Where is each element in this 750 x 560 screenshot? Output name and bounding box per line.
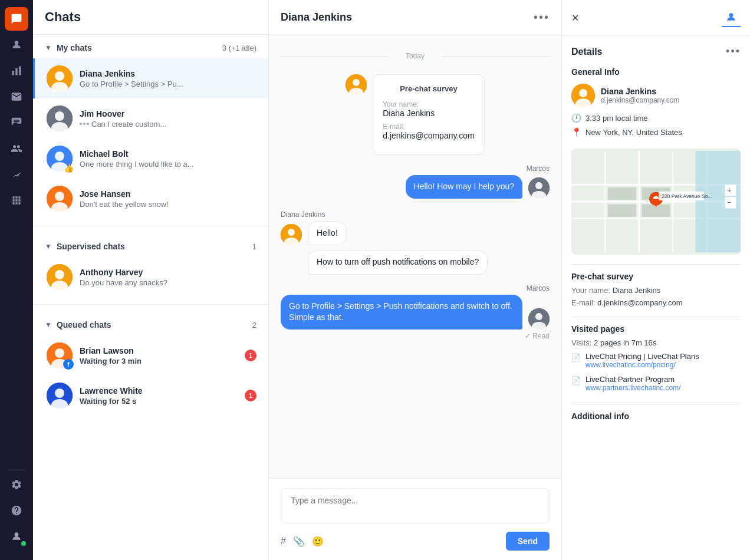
message-bubble-marcos-2: Go to Profile > Settings > Push notifica…: [281, 295, 522, 330]
survey-card: Pre-chat survey Your name: Diana Jenkins…: [373, 74, 485, 155]
nav-icon-analytics[interactable]: [5, 163, 28, 186]
chat-item-jim[interactable]: Jim Hoover Can I create custom...: [33, 98, 268, 139]
nav-icon-status[interactable]: [5, 525, 28, 548]
page-item-2: 📄 LiveChat Partner Program www.partners.…: [571, 375, 741, 392]
page-link-title-1: LiveChat Pricing | LiveChat Plans: [585, 352, 699, 361]
nav-icon-visitors[interactable]: [5, 33, 28, 57]
page-item-1: 📄 LiveChat Pricing | LiveChat Plans www.…: [571, 352, 741, 369]
survey-email-label-rp: E-mail:: [571, 298, 595, 307]
right-panel-content: Details ••• General Info Diana Jenkins d…: [562, 36, 750, 442]
date-separator: Today: [281, 52, 550, 60]
messages-area: Today Pre-chat survey Your name: Diana J…: [269, 35, 561, 478]
nav-icon-inbox[interactable]: [5, 85, 28, 108]
local-time-row: 🕐 3:33 pm local time: [571, 113, 741, 123]
nav-icon-team[interactable]: [5, 137, 28, 160]
chat-item-diana[interactable]: Diana Jenkins Go to Profile > Settings >…: [33, 58, 268, 98]
svg-point-38: [729, 13, 733, 17]
chat-info-brian: Brian Lawson Waiting for 3 min: [80, 346, 238, 365]
local-time-value: 3:33 pm local time: [585, 114, 648, 123]
nav-icon-reports[interactable]: [5, 59, 28, 83]
hashtag-icon[interactable]: #: [281, 536, 286, 547]
sidebar-content: ▼ My chats 3 (+1 idle) Diana Jenkins Go …: [33, 35, 268, 560]
location-icon: 📍: [571, 127, 581, 137]
my-chats-title: My chats: [57, 43, 92, 52]
page-info-2: LiveChat Partner Program www.partners.li…: [585, 375, 680, 392]
emoji-icon[interactable]: 🙂: [312, 536, 324, 547]
queued-chats-chevron: ▼: [45, 321, 52, 329]
my-chats-chevron: ▼: [45, 44, 52, 52]
chat-item-brian[interactable]: f Brian Lawson Waiting for 3 min 1: [33, 335, 268, 375]
close-icon[interactable]: ✕: [571, 12, 579, 24]
page-link-url-1[interactable]: www.livechatinc.com/pricing/: [585, 361, 699, 369]
svg-point-12: [55, 151, 64, 161]
nav-icon-tickets[interactable]: [5, 111, 28, 134]
details-title: Details: [571, 47, 602, 57]
avatar-diana: [47, 65, 73, 91]
message-row-marcos-2: Go to Profile > Settings > Push notifica…: [281, 295, 550, 330]
avatar-marcos-2: [528, 308, 550, 330]
visits-value: 2 pages in 7m 16s: [594, 338, 656, 347]
tab-user-profile[interactable]: [722, 8, 741, 27]
avatar-brian: f: [47, 342, 73, 368]
chat-info-anthony: Anthony Harvey Do you have any snacks?: [80, 268, 256, 287]
page-doc-icon-2: 📄: [571, 376, 581, 392]
my-chats-section-header[interactable]: ▼ My chats 3 (+1 idle): [33, 35, 268, 58]
svg-rect-2: [15, 68, 17, 75]
message-bubble-marcos-1: Hello! How may I help you?: [406, 175, 522, 199]
chat-input-area: # 📎 🙂 Send: [269, 478, 561, 560]
queued-chats-section-header[interactable]: ▼ Queued chats 2: [33, 312, 268, 335]
avatar-user-info: [571, 84, 595, 107]
chat-preview-jim: Can I create custom...: [80, 120, 256, 129]
survey-email-field: E-mail: d.jenkins@company.com: [383, 123, 475, 140]
message-input[interactable]: [281, 488, 550, 523]
attachment-icon[interactable]: 📎: [293, 536, 305, 547]
survey-name-value-rp: Diana Jenkins: [613, 286, 661, 295]
chat-preview-anthony: Do you have any snacks?: [80, 278, 256, 287]
svg-point-0: [15, 41, 19, 45]
chat-name-jose: Jose Hansen: [80, 189, 256, 199]
chat-item-anthony[interactable]: Anthony Harvey Do you have any snacks?: [33, 257, 268, 297]
divider-panel-2: [571, 317, 741, 317]
input-toolbar-left: # 📎 🙂: [281, 536, 324, 547]
nav-icon-settings[interactable]: [5, 473, 28, 496]
svg-point-15: [55, 192, 64, 201]
survey-name-row: Your name: Diana Jenkins: [571, 286, 741, 295]
chat-name-brian: Brian Lawson: [80, 346, 238, 355]
supervised-chats-section-header[interactable]: ▼ Supervised chats 1: [33, 233, 268, 257]
nav-icon-help[interactable]: [5, 499, 28, 522]
page-link-url-2[interactable]: www.partners.livechatinc.com/: [585, 384, 680, 392]
avatar-marcos-1: [528, 177, 550, 199]
chat-item-lawrence[interactable]: Lawrence White Waiting for 52 s 1: [33, 375, 268, 416]
survey-card-title: Pre-chat survey: [383, 84, 475, 93]
diana-messages-group: Diana Jenkins Hello! How to turn off pus…: [281, 210, 550, 275]
chat-header-actions[interactable]: •••: [534, 11, 550, 24]
avatar-diana-msg: [281, 224, 302, 245]
chat-info-jim: Jim Hoover Can I create custom...: [80, 109, 256, 129]
chat-preview-lawrence: Waiting for 52 s: [80, 397, 238, 406]
send-button[interactable]: Send: [506, 532, 550, 551]
chat-item-jose[interactable]: Jose Hansen Don't eat the yellow snow!: [33, 179, 268, 219]
chat-info-lawrence: Lawrence White Waiting for 52 s: [80, 386, 238, 406]
more-options-icon[interactable]: •••: [534, 11, 550, 24]
visits-count: Visits: 2 pages in 7m 16s: [571, 338, 741, 347]
nav-icon-chats[interactable]: [5, 7, 28, 31]
my-chats-count: 3 (+1 idle): [222, 44, 256, 52]
nav-icon-apps[interactable]: [5, 189, 28, 212]
svg-point-24: [55, 388, 64, 398]
visited-pages-title: Visited pages: [571, 324, 741, 334]
additional-info-title: Additional info: [571, 411, 741, 421]
survey-name-label: Your name:: [383, 100, 475, 108]
avatar-jose: [47, 186, 73, 212]
details-more-icon[interactable]: •••: [726, 45, 741, 58]
map-placeholder: 228 Park Avenue So... + −: [571, 149, 741, 255]
sidebar-header: Chats: [33, 0, 268, 35]
chat-name-jim: Jim Hoover: [80, 109, 256, 118]
divider-panel-1: [571, 264, 741, 265]
divider-1: [33, 226, 268, 226]
svg-point-9: [55, 111, 64, 121]
avatar-lawrence: [47, 383, 73, 409]
chat-header-title: Diana Jenkins: [281, 11, 352, 24]
chat-item-michael[interactable]: 👍 Michael Bolt One more thing I would li…: [33, 139, 268, 179]
typing-indicator-jim: [80, 123, 89, 125]
chat-header: Diana Jenkins •••: [269, 0, 561, 35]
